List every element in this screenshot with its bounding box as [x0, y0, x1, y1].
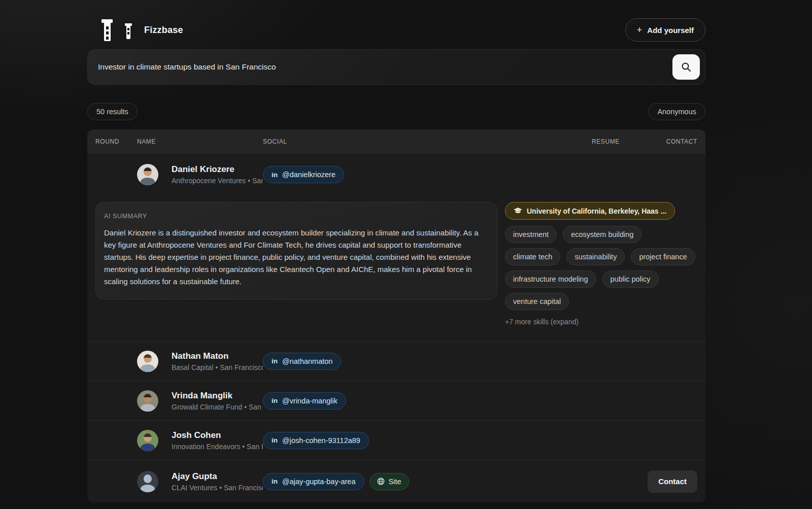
skill-tag[interactable]: venture capital [505, 293, 569, 310]
linkedin-icon: in [272, 436, 278, 444]
test-tube-small-icon [125, 23, 132, 39]
linkedin-handle: @ajay-gupta-bay-area [282, 478, 356, 486]
linkedin-icon: in [272, 357, 278, 365]
column-header-name: NAME [137, 138, 263, 145]
avatar [137, 430, 158, 451]
person-cell: Ajay Gupta CLAI Ventures • San Francisco… [137, 471, 263, 492]
skill-tag[interactable]: public policy [602, 270, 659, 288]
table-row[interactable]: Vrinda Manglik Growald Climate Fund • Sa… [87, 381, 705, 420]
column-header-social: SOCIAL [263, 138, 592, 145]
skill-tag[interactable]: project finance [631, 248, 695, 265]
results-bar: 50 results Anonymous [87, 103, 705, 120]
plus-icon: + [637, 25, 642, 36]
ai-summary-text: Daniel Kriozere is a distinguished inves… [104, 227, 489, 288]
more-skills-expand[interactable]: +7 more skills (expand) [505, 318, 579, 326]
person-name: Ajay Gupta [172, 471, 263, 482]
contact-button[interactable]: Contact [648, 470, 697, 493]
education-badge[interactable]: University of California, Berkeley, Haas… [505, 202, 675, 220]
test-tube-large-icon [101, 19, 113, 41]
skill-tag[interactable]: infrastructure modeling [505, 270, 596, 288]
person-name: Vrinda Manglik [172, 391, 263, 401]
globe-icon [377, 478, 385, 485]
education-label: University of California, Berkeley, Haas… [527, 207, 666, 215]
linkedin-icon: in [272, 478, 278, 485]
person-cell: Daniel Kriozere Anthropocene Ventures • … [137, 164, 263, 185]
linkedin-badge[interactable]: in @nathanmaton [263, 353, 341, 370]
avatar [137, 390, 158, 412]
column-header-contact: CONTACT [666, 138, 697, 145]
brand: Fizzbase [87, 19, 183, 41]
search-icon [681, 61, 692, 73]
linkedin-handle: @danielkriozere [282, 171, 335, 179]
table-row[interactable]: Nathan Maton Basal Capital • San Francis… [87, 341, 705, 381]
skills-list: investment ecosystem building climate te… [505, 226, 700, 310]
ai-summary-card: AI SUMMARY Daniel Kriozere is a distingu… [95, 202, 497, 299]
person-name: Daniel Kriozere [172, 164, 263, 175]
avatar [137, 164, 158, 185]
page: Fizzbase + Add yourself 50 results Anony… [87, 15, 705, 502]
site-label: Site [389, 478, 401, 486]
results-count-badge: 50 results [87, 103, 138, 120]
person-subtitle: Anthropocene Ventures • San Fra... [172, 177, 263, 185]
fizzbase-logo-icon [101, 19, 132, 41]
linkedin-handle: @vrinda-manglik [282, 397, 337, 405]
person-cell: Josh Cohen Innovation Endeavors • San Fr… [137, 430, 263, 451]
column-header-resume: RESUME [592, 138, 645, 145]
linkedin-badge[interactable]: in @vrinda-manglik [263, 392, 346, 410]
person-subtitle: CLAI Ventures • San Francisco Ba... [172, 484, 263, 492]
linkedin-badge[interactable]: in @danielkriozere [263, 166, 344, 183]
search-input[interactable] [98, 62, 672, 72]
linkedin-handle: @josh-cohen-93112a89 [282, 436, 360, 445]
skill-tag[interactable]: investment [505, 226, 557, 243]
graduation-cap-icon [514, 208, 522, 215]
person-cell: Vrinda Manglik Growald Climate Fund • Sa… [137, 390, 263, 412]
skill-tag[interactable]: ecosystem building [563, 226, 641, 243]
person-name: Josh Cohen [172, 430, 263, 440]
avatar [137, 351, 158, 372]
site-badge[interactable]: Site [369, 473, 409, 490]
skill-tag[interactable]: climate tech [505, 248, 560, 265]
ai-summary-label: AI SUMMARY [104, 213, 489, 220]
add-yourself-button[interactable]: + Add yourself [625, 18, 705, 42]
app-header: Fizzbase + Add yourself [87, 15, 705, 45]
search-button[interactable] [672, 54, 700, 80]
person-subtitle: Growald Climate Fund • San Franc... [172, 403, 263, 411]
expanded-profile: AI SUMMARY Daniel Kriozere is a distingu… [87, 195, 705, 341]
person-name: Nathan Maton [172, 351, 263, 361]
person-subtitle: Basal Capital • San Francisco Bay ... [172, 363, 263, 371]
table-header: ROUND NAME SOCIAL RESUME CONTACT [87, 129, 705, 154]
skill-tag[interactable]: sustainability [566, 248, 625, 265]
table-row[interactable]: Josh Cohen Innovation Endeavors • San Fr… [87, 420, 705, 460]
person-cell: Nathan Maton Basal Capital • San Francis… [137, 351, 263, 372]
person-subtitle: Innovation Endeavors • San Franci... [172, 443, 263, 451]
add-yourself-label: Add yourself [647, 26, 694, 35]
app-title: Fizzbase [144, 25, 183, 36]
table-row[interactable]: Daniel Kriozere Anthropocene Ventures • … [87, 154, 705, 195]
results-table: ROUND NAME SOCIAL RESUME CONTACT Daniel … [87, 129, 705, 502]
linkedin-badge[interactable]: in @ajay-gupta-bay-area [263, 473, 364, 490]
linkedin-icon: in [272, 397, 278, 404]
search-bar [87, 49, 705, 85]
column-header-round: ROUND [95, 138, 137, 145]
avatar-placeholder-icon [137, 471, 158, 492]
linkedin-handle: @nathanmaton [282, 357, 332, 365]
linkedin-badge[interactable]: in @josh-cohen-93112a89 [263, 432, 369, 449]
anonymous-badge[interactable]: Anonymous [648, 103, 705, 120]
linkedin-icon: in [272, 171, 278, 179]
table-row[interactable]: Ajay Gupta CLAI Ventures • San Francisco… [87, 460, 705, 502]
